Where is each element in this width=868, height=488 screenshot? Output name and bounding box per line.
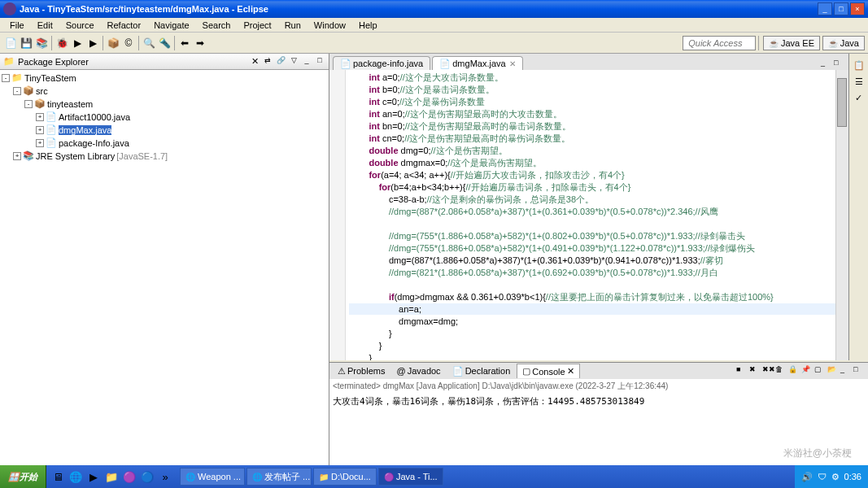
start-button[interactable]: 🪟 开始 <box>0 465 46 488</box>
java-file-icon: 📄 <box>46 124 57 136</box>
ql-ie-icon[interactable]: 🌐 <box>68 468 84 485</box>
task-docu[interactable]: 📁 D:\Docu... <box>313 468 377 486</box>
expander-icon[interactable]: + <box>36 113 44 121</box>
tray-icon[interactable]: 🔊 <box>801 472 813 482</box>
menu-help[interactable]: Help <box>352 19 384 32</box>
menu-file[interactable]: File <box>3 19 31 32</box>
perspective-java[interactable]: ☕ Java <box>822 36 865 50</box>
src-label[interactable]: src <box>36 86 48 96</box>
task-weapon[interactable]: 🌐 Weapon ... <box>180 468 245 486</box>
forward-icon[interactable]: ➡ <box>193 36 207 50</box>
file-artifact[interactable]: Artifact10000.java <box>59 112 130 122</box>
expander-icon[interactable]: - <box>2 74 10 82</box>
maximize-console-icon[interactable]: □ <box>853 365 865 377</box>
expander-icon[interactable]: + <box>13 152 21 160</box>
menu-search[interactable]: Search <box>196 19 238 32</box>
file-dmgmax[interactable]: dmgMax.java <box>59 125 111 135</box>
expander-icon[interactable]: - <box>13 87 21 95</box>
minimize-view-icon[interactable]: _ <box>301 56 312 68</box>
tab-javadoc[interactable]: @Javadoc <box>391 364 445 377</box>
expander-icon[interactable]: + <box>36 139 44 147</box>
package-tree[interactable]: -📁TinyTeaStem -📦src -📦tinyteastem +📄Arti… <box>0 70 329 472</box>
minimize-console-icon[interactable]: _ <box>840 365 852 377</box>
menu-project[interactable]: Project <box>237 19 277 32</box>
tab-problems[interactable]: ⚠Problems <box>333 364 390 378</box>
viewmenu-icon[interactable]: ▽ <box>288 56 299 68</box>
clear-icon[interactable]: 🗑 <box>775 365 787 377</box>
menu-run[interactable]: Run <box>278 19 308 32</box>
pin-icon[interactable]: 📌 <box>801 365 813 377</box>
collapse-icon[interactable]: ⇄ <box>262 56 273 68</box>
task-java[interactable]: 🟣 Java - Ti... <box>378 468 443 486</box>
minimize-button[interactable]: _ <box>818 2 832 15</box>
tasklist-icon[interactable]: ☰ <box>852 76 866 91</box>
scrolllock-icon[interactable]: 🔒 <box>788 365 800 377</box>
ql-app-icon[interactable]: 🟣 <box>121 468 137 485</box>
system-tray[interactable]: 🔊 🛡 ⚙ 0:36 <box>795 465 868 488</box>
runlast-icon[interactable]: ▶ <box>85 36 100 50</box>
menu-refactor[interactable]: Refactor <box>101 19 148 32</box>
ql-desktop-icon[interactable]: 🖥 <box>50 468 66 485</box>
open-type-icon[interactable]: 🔍 <box>142 36 156 50</box>
save-icon[interactable]: 💾 <box>19 36 33 50</box>
tray-icon[interactable]: ⚙ <box>831 472 840 482</box>
code-line: (a=4; a<34; a++){ <box>381 170 451 180</box>
ql-media-icon[interactable]: ▶ <box>85 468 102 485</box>
expander-icon[interactable]: - <box>24 100 33 108</box>
perspective-java-label: Java <box>840 38 859 48</box>
close-button[interactable]: × <box>850 2 865 15</box>
tab-close-icon[interactable]: ✕ <box>567 366 574 377</box>
newclass-icon[interactable]: © <box>121 36 136 50</box>
removeall-icon[interactable]: ✖✖ <box>762 365 774 377</box>
tray-icon[interactable]: 🛡 <box>818 472 827 481</box>
src-icon: 📦 <box>23 85 34 97</box>
task-docu-label: D:\Docu... <box>331 472 371 481</box>
expander-icon[interactable]: + <box>36 126 44 134</box>
editor-code[interactable]: int a=0;//这个是大攻击词条数量。 int b=0;//这个是暴击词条数… <box>346 70 835 360</box>
terminate-icon[interactable]: ■ <box>736 365 748 377</box>
tray-clock[interactable]: 0:36 <box>844 472 861 481</box>
tab-close-icon[interactable]: ✕ <box>509 59 516 68</box>
tasks-icon[interactable]: ✓ <box>852 93 866 107</box>
ql-folder-icon[interactable]: 📁 <box>103 468 120 485</box>
outline-icon[interactable]: 📋 <box>852 60 866 75</box>
project-label[interactable]: TinyTeaStem <box>24 73 76 83</box>
minimize-editor-icon[interactable]: _ <box>821 59 832 70</box>
code-comment: //开始遍历大攻击词条，扣除攻击沙，有4个} <box>451 170 625 180</box>
maximize-editor-icon[interactable]: □ <box>834 59 845 70</box>
quick-access-input[interactable] <box>683 36 756 50</box>
task-post[interactable]: 🌐 发布帖子 ... <box>246 468 312 486</box>
ql-chevron-icon[interactable]: » <box>157 468 173 485</box>
menu-edit[interactable]: Edit <box>31 19 59 32</box>
ql-app2-icon[interactable]: 🔵 <box>139 468 155 485</box>
maximize-view-icon[interactable]: □ <box>314 56 325 68</box>
maximize-button[interactable]: □ <box>834 2 848 15</box>
new-icon[interactable]: 📄 <box>3 36 18 50</box>
code-comment: //dmg=(887*(2.086+0.058*a)+387)*(1+(0.36… <box>349 207 718 216</box>
back-icon[interactable]: ⬅ <box>177 36 192 50</box>
open-icon[interactable]: 📂 <box>827 365 839 377</box>
jre-label[interactable]: JRE System Library <box>36 151 115 161</box>
remove-icon[interactable]: ✖ <box>749 365 761 377</box>
run-icon[interactable]: ▶ <box>70 36 85 50</box>
editor-tab-pkginfo[interactable]: 📄package-info.java <box>333 56 430 70</box>
tab-declaration[interactable]: 📄Declaration <box>447 364 516 378</box>
menu-navigate[interactable]: Navigate <box>147 19 195 32</box>
scrollbar-vertical[interactable] <box>835 70 848 360</box>
file-pkginfo[interactable]: package-Info.java <box>59 138 129 148</box>
debug-icon[interactable]: 🐞 <box>55 36 69 50</box>
scroll-thumb[interactable] <box>837 78 847 127</box>
display-icon[interactable]: ▢ <box>814 365 826 377</box>
package-label[interactable]: tinyteastem <box>47 99 93 109</box>
saveall-icon[interactable]: 📚 <box>34 36 49 50</box>
newpkg-icon[interactable]: 📦 <box>106 36 120 50</box>
menu-source[interactable]: Source <box>59 19 101 32</box>
search-icon[interactable]: 🔦 <box>157 36 172 50</box>
tab-console[interactable]: ▢Console ✕ <box>517 364 579 378</box>
perspective-javaee[interactable]: ☕ Java EE <box>763 36 820 50</box>
console-status: <terminated> dmgMax [Java Application] D… <box>329 379 868 394</box>
menu-window[interactable]: Window <box>308 19 352 32</box>
tab-close-icon[interactable]: ✕ <box>251 56 259 67</box>
link-icon[interactable]: 🔗 <box>275 56 286 68</box>
editor-tab-dmgmax[interactable]: 📄dmgMax.java✕ <box>432 56 522 70</box>
